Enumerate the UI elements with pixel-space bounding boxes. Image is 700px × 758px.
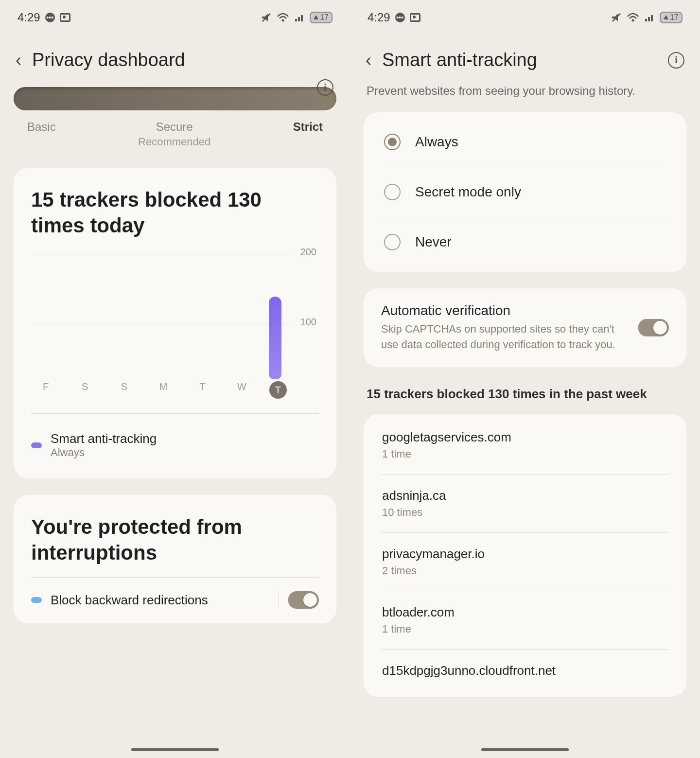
status-bar: 4:29 ••• 17: [14, 0, 336, 30]
day-f: F: [34, 381, 57, 399]
trackers-chart: 200 100 F S S M T W T: [31, 253, 319, 399]
day-s1: S: [73, 381, 97, 399]
day-axis: F S S M T W T: [31, 381, 290, 399]
privacy-dashboard-screen: 4:29 ••• 17 ‹ Privacy dashboard i Basic …: [0, 0, 350, 758]
auto-verify-toggle[interactable]: [638, 319, 669, 336]
block-backward-label[interactable]: Block backward redirections: [51, 593, 270, 608]
gallery-icon: [60, 13, 70, 22]
svg-point-1: [282, 19, 284, 22]
back-button[interactable]: ‹: [16, 50, 21, 71]
signal-icon: [644, 13, 655, 22]
auto-verify-desc: Skip CAPTCHAs on supported sites so they…: [381, 321, 626, 353]
legend-name: Smart anti-tracking: [51, 431, 157, 446]
wifi-icon: [627, 13, 639, 22]
interruptions-card: You're protected from interruptions Bloc…: [14, 495, 336, 623]
day-s2: S: [112, 381, 136, 399]
tracker-row[interactable]: btloader.com 1 time: [381, 591, 669, 650]
battery-indicator: 17: [660, 12, 682, 23]
page-title: Smart anti-tracking: [382, 50, 657, 71]
level-labels: Basic SecureRecommended Strict: [14, 110, 336, 148]
smart-anti-tracking-screen: 4:29 ••• 17 ‹ Smart anti-tracking i Prev…: [350, 0, 700, 758]
level-bar-track[interactable]: [14, 87, 336, 110]
day-w: W: [230, 381, 253, 399]
legend-swatch-purple: [31, 442, 42, 448]
radio-never[interactable]: [384, 234, 401, 250]
radio-secret[interactable]: [384, 184, 401, 200]
mute-icon: [261, 13, 272, 22]
level-basic[interactable]: Basic: [27, 120, 56, 134]
page-title: Privacy dashboard: [32, 50, 334, 71]
svg-point-3: [632, 19, 634, 22]
auto-verification-card[interactable]: Automatic verification Skip CAPTCHAs on …: [364, 288, 686, 367]
nav-handle[interactable]: [131, 748, 219, 751]
level-secure[interactable]: Secure: [156, 120, 193, 134]
tracker-row[interactable]: adsninja.ca 10 times: [381, 475, 669, 533]
wifi-icon: [277, 13, 289, 22]
level-recommended: Recommended: [138, 136, 210, 148]
radio-always[interactable]: [384, 134, 401, 150]
battery-indicator: 17: [310, 12, 332, 23]
legend-swatch-blue: [31, 597, 42, 603]
legend-value: Always: [51, 446, 157, 459]
day-today: T: [269, 381, 287, 399]
bar-today: [269, 297, 281, 379]
gallery-icon: [410, 13, 420, 22]
page-header: ‹ Privacy dashboard: [14, 30, 336, 84]
tracker-row[interactable]: d15kdpgjg3unno.cloudfront.net: [381, 650, 669, 695]
y-tick-200: 200: [300, 247, 316, 258]
page-subtitle: Prevent websites from seeing your browsi…: [364, 84, 686, 112]
day-t1: T: [191, 381, 214, 399]
security-level-slider[interactable]: i Basic SecureRecommended Strict: [14, 84, 336, 168]
page-header: ‹ Smart anti-tracking i: [364, 30, 686, 84]
block-backward-toggle[interactable]: [288, 591, 319, 609]
interruptions-headline: You're protected from interruptions: [31, 514, 319, 565]
info-icon[interactable]: i: [668, 52, 684, 69]
option-always[interactable]: Always: [381, 117, 669, 167]
status-time: 4:29: [368, 11, 390, 24]
y-tick-100: 100: [300, 317, 316, 328]
tracker-row[interactable]: privacymanager.io 2 times: [381, 533, 669, 591]
trackers-headline: 15 trackers blocked 130 times today: [31, 187, 319, 238]
back-button[interactable]: ‹: [366, 50, 371, 71]
trackers-week-header: 15 trackers blocked 130 times in the pas…: [364, 384, 686, 414]
option-never[interactable]: Never: [381, 217, 669, 267]
day-m: M: [152, 381, 175, 399]
option-secret-mode[interactable]: Secret mode only: [381, 167, 669, 217]
messages-icon: •••: [45, 13, 55, 22]
tracker-list[interactable]: googletagservices.com 1 time adsninja.ca…: [364, 414, 686, 697]
mute-icon: [611, 13, 622, 22]
messages-icon: •••: [395, 13, 405, 22]
signal-icon: [294, 13, 305, 22]
info-icon[interactable]: i: [317, 79, 333, 96]
trackers-card[interactable]: 15 trackers blocked 130 times today 200 …: [14, 168, 336, 478]
status-bar: 4:29 ••• 17: [364, 0, 686, 30]
auto-verify-title: Automatic verification: [381, 303, 626, 318]
level-strict[interactable]: Strict: [293, 120, 323, 134]
bars-container: [31, 253, 290, 379]
status-time: 4:29: [18, 11, 40, 24]
chart-legend[interactable]: Smart anti-tracking Always: [31, 413, 319, 459]
tracker-row[interactable]: googletagservices.com 1 time: [381, 416, 669, 475]
tracking-mode-group: Always Secret mode only Never: [364, 112, 686, 272]
nav-handle[interactable]: [481, 748, 569, 751]
